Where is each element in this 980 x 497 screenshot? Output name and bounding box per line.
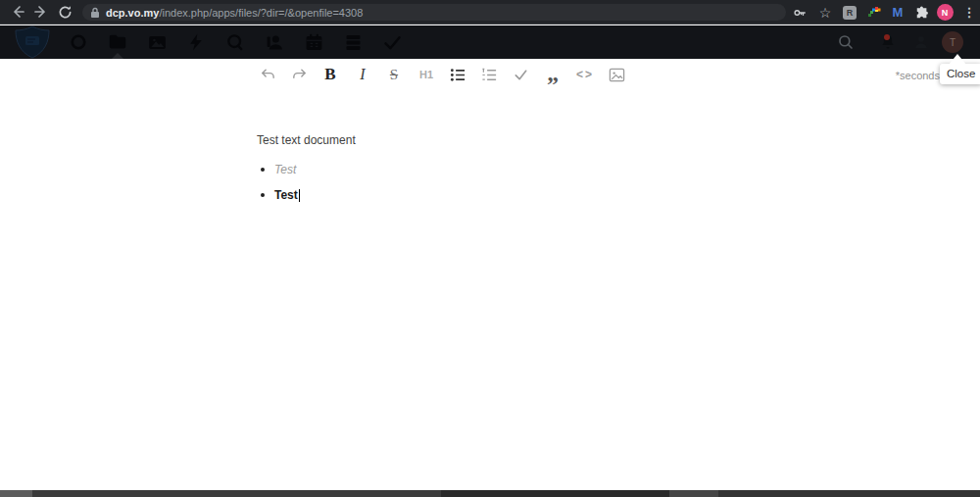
editor-toolbar: B I S H1 ” <> [0, 59, 980, 92]
nextcloud-logo-shield-icon[interactable] [12, 25, 53, 60]
back-icon[interactable] [6, 1, 29, 23]
browser-toolbar: dcp.vo.my/index.php/apps/files/?dir=/&op… [0, 0, 980, 25]
search-app-icon[interactable] [223, 30, 247, 54]
key-icon[interactable] [789, 0, 810, 25]
bold-button[interactable]: B [318, 61, 343, 88]
bottom-taskbar-strip [0, 490, 980, 497]
task-list-check-icon[interactable] [508, 61, 533, 88]
italic-button[interactable]: I [350, 61, 375, 88]
document-text-line[interactable]: Test text document [257, 133, 806, 147]
ordered-list-icon[interactable] [476, 61, 502, 88]
profile-initial: N [942, 8, 949, 18]
dashboard-icon[interactable] [67, 30, 90, 54]
heading-button[interactable]: H1 [414, 61, 439, 88]
redo-icon[interactable] [286, 61, 312, 88]
close-tooltip[interactable]: Close [940, 64, 980, 84]
strikethrough-button[interactable]: S [381, 61, 407, 88]
search-icon[interactable] [834, 30, 858, 54]
notification-dot [884, 34, 890, 40]
text-cursor [299, 189, 300, 202]
screen: dcp.vo.my/index.php/apps/files/?dir=/&op… [0, 0, 980, 497]
undo-icon[interactable] [255, 61, 280, 88]
url-path: /index.php/apps/files/?dir=/&openfile=43… [159, 7, 363, 19]
tooltip-arrow [949, 54, 966, 65]
color-mosaic-extension-icon[interactable] [863, 0, 885, 25]
bullet-list-icon[interactable] [445, 61, 470, 88]
browser-profile-avatar[interactable]: N [934, 0, 956, 25]
contacts-icon[interactable] [263, 30, 286, 54]
editor-content[interactable]: Test text document Test Test [257, 133, 806, 215]
avatar-initial: T [950, 37, 956, 48]
puzzle-icon[interactable] [911, 0, 933, 25]
bullet-list[interactable]: Test Test [257, 164, 806, 202]
forward-icon[interactable] [29, 1, 53, 23]
m-extension-icon[interactable]: M [887, 0, 908, 25]
blockquote-button[interactable]: ” [540, 71, 565, 98]
contacts-menu-icon[interactable] [909, 30, 933, 54]
list-item-text[interactable]: Test [274, 163, 296, 176]
url-domain: dcp.vo.my [106, 7, 159, 19]
nextcloud-header: T [0, 25, 980, 59]
refresh-icon[interactable] [53, 1, 76, 23]
activity-icon[interactable] [184, 30, 208, 54]
stack-icon[interactable] [341, 30, 365, 54]
tasks-icon[interactable] [380, 30, 404, 54]
address-bar[interactable]: dcp.vo.my/index.php/apps/files/?dir=/&op… [82, 4, 786, 21]
autosave-status: *seconds [896, 70, 940, 81]
code-button[interactable]: <> [572, 61, 598, 88]
m-extension-label: M [893, 5, 904, 20]
list-item: Test [257, 164, 806, 176]
lock-icon [90, 7, 100, 19]
files-icon[interactable] [106, 30, 129, 54]
calendar-icon[interactable] [302, 30, 325, 54]
menu-dots-icon[interactable]: ⋮ [958, 0, 980, 25]
star-icon[interactable]: ☆ [814, 0, 836, 25]
list-item: Test [257, 189, 806, 202]
r-extension-icon[interactable]: R [839, 0, 860, 25]
list-item-text[interactable]: Test [274, 188, 298, 202]
user-avatar[interactable]: T [942, 31, 963, 53]
r-extension-label: R [847, 8, 854, 18]
image-icon[interactable] [604, 61, 629, 88]
photos-icon[interactable] [145, 30, 169, 54]
